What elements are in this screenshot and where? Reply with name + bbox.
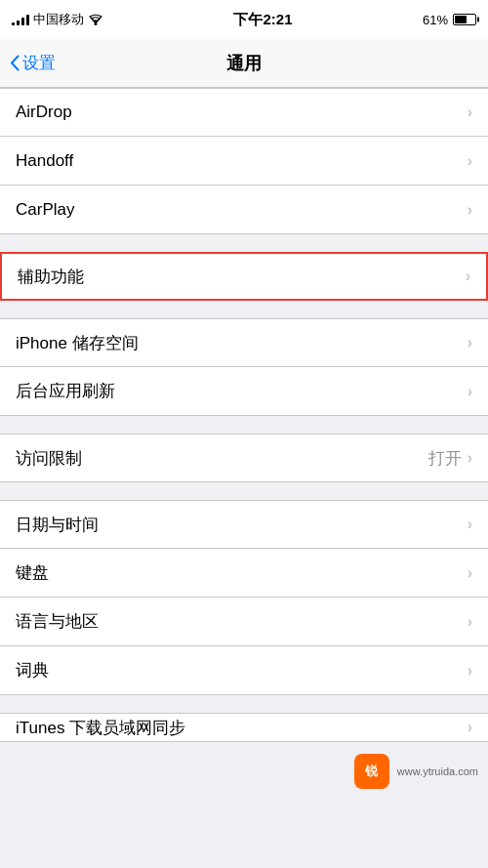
status-right: 61% [423,13,476,27]
chevron-right-icon: › [468,334,472,351]
item-label-background: 后台应用刷新 [16,380,115,402]
list-item[interactable]: Handoff › [0,137,488,186]
list-item[interactable]: iPhone 储存空间 › [0,318,488,367]
list-item-restrictions[interactable]: 访问限制 打开 › [0,434,488,482]
chevron-right-icon: › [466,268,470,285]
section-spacer [0,482,488,500]
item-right: › [468,613,472,631]
chevron-left-icon [10,55,20,71]
item-label-airdrop: AirDrop [16,103,72,122]
list-item-accessibility[interactable]: 辅助功能 › [0,252,488,301]
carrier-label: 中国移动 [33,11,84,28]
settings-list: AirDrop › Handoff › CarPlay › 辅助功能 › [0,88,488,868]
list-item[interactable]: 后台应用刷新 › [0,367,488,416]
item-right: 打开 › [428,447,472,470]
section-group-6: iTunes 下载员域网同步 › [0,713,488,742]
item-right: › [468,334,472,351]
section-group-3: iPhone 储存空间 › 后台应用刷新 › [0,318,488,416]
nav-bar: 设置 通用 [0,39,488,88]
item-right: › [468,103,472,121]
battery-icon [453,14,476,25]
battery-percentage: 61% [423,13,448,27]
status-time: 下午2:21 [233,11,292,29]
item-label-handoff: Handoff [16,151,73,171]
list-item[interactable]: 语言与地区 › [0,598,488,646]
item-label-itunes: iTunes 下载员域网同步 [16,717,185,739]
item-right: › [466,268,470,285]
item-right: › [468,383,472,400]
section-group-2: 辅助功能 › [0,252,488,301]
status-bar: 中国移动 下午2:21 61% [0,0,488,39]
chevron-right-icon: › [468,613,472,631]
chevron-right-icon: › [468,564,472,582]
chevron-right-icon: › [468,662,472,680]
item-label-carplay: CarPlay [16,200,74,220]
list-item[interactable]: 词典 › [0,646,488,695]
chevron-right-icon: › [468,201,472,219]
item-label-accessibility: 辅助功能 [18,266,84,288]
chevron-right-icon: › [468,103,472,121]
item-value-restrictions: 打开 [428,447,462,470]
list-item[interactable]: 日期与时间 › [0,500,488,549]
chevron-right-icon: › [468,516,472,533]
item-label-datetime: 日期与时间 [16,514,99,536]
watermark-logo: 锐 [354,754,389,789]
item-label-dictionary: 词典 [16,659,49,682]
status-left: 中国移动 [12,11,103,28]
section-spacer [0,234,488,252]
chevron-right-icon: › [468,449,472,467]
item-right: › [468,201,472,219]
item-right: › [468,152,472,170]
signal-icon [12,14,29,25]
item-label-storage: iPhone 储存空间 [16,332,139,354]
back-label: 设置 [22,52,56,74]
item-right: › [468,662,472,680]
item-label-restrictions: 访问限制 [16,447,82,470]
section-spacer [0,416,488,434]
watermark-area: 锐 www.ytruida.com [0,742,488,801]
section-spacer [0,695,488,713]
section-spacer [0,301,488,318]
section-group-1: AirDrop › Handoff › CarPlay › [0,88,488,234]
item-label-language: 语言与地区 [16,610,99,633]
item-right: › [468,516,472,533]
page-title: 通用 [226,52,262,75]
item-right: › [468,564,472,582]
list-item-itunes[interactable]: iTunes 下载员域网同步 › [0,713,488,742]
list-item[interactable]: AirDrop › [0,88,488,137]
item-right: › [468,719,472,736]
list-item[interactable]: CarPlay › [0,186,488,234]
section-group-4: 访问限制 打开 › [0,434,488,482]
watermark-url: www.ytruida.com [397,765,478,777]
list-item[interactable]: 键盘 › [0,549,488,598]
back-button[interactable]: 设置 [10,52,56,74]
item-label-keyboard: 键盘 [16,561,49,584]
chevron-right-icon: › [468,719,472,736]
svg-point-0 [95,22,98,25]
wifi-icon [88,14,103,25]
section-group-5: 日期与时间 › 键盘 › 语言与地区 › 词典 › [0,500,488,695]
chevron-right-icon: › [468,383,472,400]
chevron-right-icon: › [468,152,472,170]
